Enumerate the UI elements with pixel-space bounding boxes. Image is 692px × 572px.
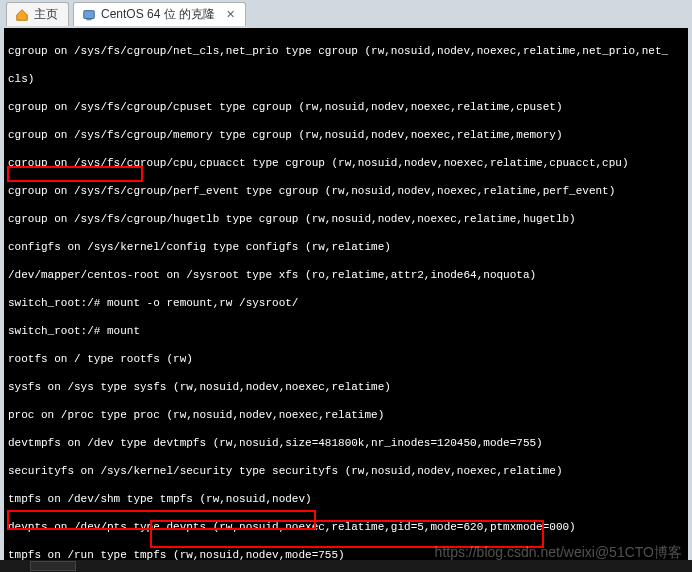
terminal-line: /dev/mapper/centos-root on /sysroot type… bbox=[8, 268, 684, 282]
terminal-line: tmpfs on /dev/shm type tmpfs (rw,nosuid,… bbox=[8, 492, 684, 506]
terminal-line: cgroup on /sys/fs/cgroup/hugetlb type cg… bbox=[8, 212, 684, 226]
terminal-line: switch_root:/# mount -o remount,rw /sysr… bbox=[8, 296, 684, 310]
svg-rect-0 bbox=[84, 10, 95, 18]
svg-rect-1 bbox=[86, 19, 91, 20]
terminal-line: sysfs on /sys type sysfs (rw,nosuid,node… bbox=[8, 380, 684, 394]
taskbar bbox=[0, 560, 692, 572]
terminal-line: devtmpfs on /dev type devtmpfs (rw,nosui… bbox=[8, 436, 684, 450]
terminal-line: cgroup on /sys/fs/cgroup/net_cls,net_pri… bbox=[8, 44, 684, 58]
terminal-line: cgroup on /sys/fs/cgroup/memory type cgr… bbox=[8, 128, 684, 142]
terminal-line: cgroup on /sys/fs/cgroup/cpuset type cgr… bbox=[8, 100, 684, 114]
close-icon[interactable]: ✕ bbox=[226, 8, 235, 21]
terminal-line: securityfs on /sys/kernel/security type … bbox=[8, 464, 684, 478]
terminal[interactable]: cgroup on /sys/fs/cgroup/net_cls,net_pri… bbox=[4, 28, 688, 560]
terminal-line: cgroup on /sys/fs/cgroup/perf_event type… bbox=[8, 184, 684, 198]
terminal-line: cgroup on /sys/fs/cgroup/cpu,cpuacct typ… bbox=[8, 156, 684, 170]
tab-label: 主页 bbox=[34, 6, 58, 23]
terminal-line: configfs on /sys/kernel/config type conf… bbox=[8, 240, 684, 254]
home-icon bbox=[15, 8, 29, 22]
terminal-line: switch_root:/# mount bbox=[8, 324, 684, 338]
terminal-line: proc on /proc type proc (rw,nosuid,nodev… bbox=[8, 408, 684, 422]
tab-home[interactable]: 主页 bbox=[6, 2, 69, 26]
terminal-line: devpts on /dev/pts type devpts (rw,nosui… bbox=[8, 520, 684, 534]
taskbar-thumbnail[interactable] bbox=[30, 561, 76, 571]
terminal-line: cls) bbox=[8, 72, 684, 86]
tab-label: CentOS 64 位 的克隆 bbox=[101, 6, 215, 23]
terminal-line: rootfs on / type rootfs (rw) bbox=[8, 352, 684, 366]
tab-vm-clone[interactable]: CentOS 64 位 的克隆 ✕ bbox=[73, 2, 246, 26]
tab-bar: 主页 CentOS 64 位 的克隆 ✕ bbox=[0, 0, 692, 28]
vm-icon bbox=[82, 8, 96, 22]
